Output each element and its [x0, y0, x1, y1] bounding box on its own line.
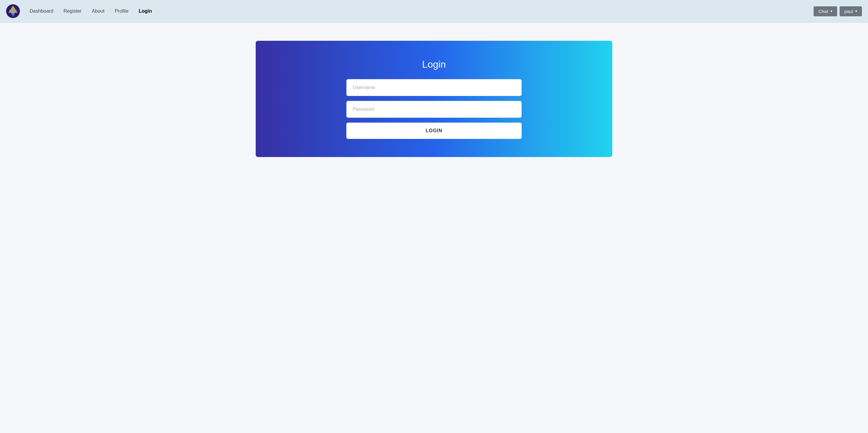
login-button[interactable]: LOGIN [346, 123, 522, 139]
navbar-brand[interactable] [6, 4, 20, 18]
navbar-nav: Dashboard Register About Profile Login [26, 6, 814, 16]
username-input[interactable] [346, 79, 522, 96]
nav-login[interactable]: Login [135, 6, 156, 16]
password-input[interactable] [346, 101, 522, 118]
app-logo [6, 4, 20, 18]
navbar: Dashboard Register About Profile Login C… [0, 0, 868, 23]
nav-register[interactable]: Register [60, 6, 85, 16]
login-card: Login LOGIN [256, 41, 612, 157]
navbar-right: Chat paul [814, 6, 862, 16]
login-form: LOGIN [346, 79, 522, 139]
nav-profile[interactable]: Profile [111, 6, 132, 16]
nav-dashboard[interactable]: Dashboard [26, 6, 57, 16]
chat-dropdown-button[interactable]: Chat [814, 6, 837, 16]
user-dropdown-button[interactable]: paul [840, 6, 862, 16]
nav-about[interactable]: About [88, 6, 108, 16]
login-title: Login [422, 59, 446, 70]
main-content: Login LOGIN [0, 23, 868, 433]
